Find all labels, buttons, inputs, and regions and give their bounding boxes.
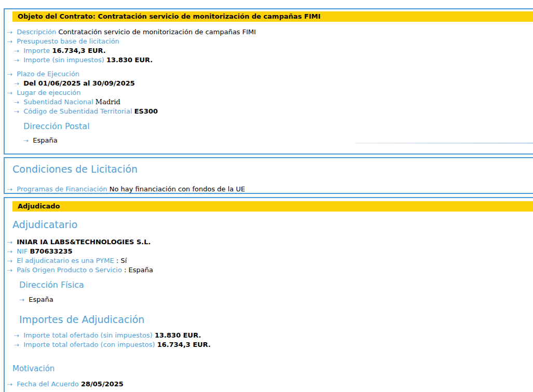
dashed-arrow-icon: ⇢ [7,381,12,388]
heading-importes-adjudicacion: Importes de Adjudicación [5,314,533,326]
field-label: Lugar de ejecución [17,89,80,96]
field-label: El adjudicatario es una PYME [17,257,114,264]
heading-direccion-postal: Dirección Postal [5,121,533,132]
field-value: ES300 [134,107,158,115]
dashed-arrow-icon: ⇢ [14,99,19,106]
dashed-arrow-icon: ⇢ [14,80,19,87]
field-direccion-pais: ⇢ España [5,295,533,304]
field-label: Importe total ofertado (con impuestos) [23,341,155,348]
dashed-arrow-icon: ⇢ [7,239,12,246]
horizontal-divider [356,143,533,144]
field-pyme: ⇢ El adjudicatario es una PYME : Sí [5,256,533,265]
field-label: Plazo de Ejecución [17,70,79,78]
field-nif: ⇢ NIF B70633235 [5,247,533,256]
heading-condiciones: Condiciones de Licitación [5,163,533,175]
dashed-arrow-icon: ⇢ [14,47,19,54]
field-label: Descripción [17,28,56,36]
field-value: 28/05/2025 [81,380,124,388]
field-label: NIF [17,247,28,255]
field-label: Subentidad Nacional [23,98,93,106]
field-value: Contratación servicio de monitorización … [58,28,256,36]
field-importe: ⇢ Importe 16.734,3 EUR. [5,46,533,55]
heading-adjudicatario: Adjudicatario [5,219,533,231]
field-value: 13.830 EUR. [155,331,201,339]
dashed-arrow-icon: ⇢ [19,296,24,303]
dashed-arrow-icon: ⇢ [7,248,12,255]
dashed-arrow-icon: ⇢ [7,71,12,78]
field-label: Código de Subentidad Territorial [23,107,132,115]
field-label: País Origen Producto o Servicio [17,266,122,274]
section-title: Objeto del Contrato: Contratación servic… [18,12,321,20]
dashed-arrow-icon: ⇢ [7,257,12,264]
section-header-bar: Adjudicado [12,201,533,212]
heading-direccion-fisica: Dirección Física [5,280,533,290]
field-value: : Sí [116,257,127,264]
field-lugar-ejecucion: ⇢ Lugar de ejecución [5,88,533,97]
section-condiciones-licitacion: Condiciones de Licitación ⇢ Programas de… [4,157,533,194]
field-value: Del 01/06/2025 al 30/09/2025 [23,79,135,87]
dashed-arrow-icon: ⇢ [14,341,19,348]
field-pais-origen: ⇢ País Origen Producto o Servicio : Espa… [5,265,533,275]
field-value: España [29,296,53,303]
field-label: Importe [23,47,50,54]
field-value: B70633235 [30,247,72,255]
section-adjudicado: Adjudicado Adjudicatario ⇢ INIAR IA LABS… [4,197,533,392]
field-fecha-acuerdo: ⇢ Fecha del Acuerdo 28/05/2025 [5,380,533,389]
field-value: España [33,136,57,144]
field-value: 16.734,3 EUR. [52,47,106,54]
dashed-arrow-icon: ⇢ [14,108,19,115]
dashed-arrow-icon: ⇢ [7,29,12,36]
dashed-arrow-icon: ⇢ [14,332,19,339]
dashed-arrow-icon: ⇢ [23,137,29,144]
field-label: Importe (sin impuestos) [23,56,104,64]
field-value: INIAR IA LABS&TECHNOLOGIES S.L. [17,238,151,246]
dashed-arrow-icon: ⇢ [14,57,19,64]
field-pais: ⇢ España [5,136,533,145]
dashed-arrow-icon: ⇢ [7,267,12,274]
dashed-arrow-icon: ⇢ [7,186,12,193]
field-value: Madrid [95,98,120,106]
field-value: 13.830 EUR. [106,56,153,64]
field-value: : España [124,266,153,274]
field-label: Programas de Financiación [17,185,107,193]
field-value: No hay financiación con fondos de la UE [110,185,245,193]
field-plazo-ejecucion: ⇢ Plazo de Ejecución [5,69,533,79]
dashed-arrow-icon: ⇢ [7,38,12,45]
field-label: Presupuesto base de licitación [17,37,119,45]
field-label: Importe total ofertado (sin impuestos) [23,331,153,339]
section-header-bar: Objeto del Contrato: Contratación servic… [12,11,533,22]
field-importe-sin-impuestos: ⇢ Importe (sin impuestos) 13.830 EUR. [5,55,533,65]
section-objeto-del-contrato: Objeto del Contrato: Contratación servic… [4,8,533,155]
section-title: Adjudicado [18,202,60,210]
field-value: 16.734,3 EUR. [157,341,211,348]
field-codigo-subentidad: ⇢ Código de Subentidad Territorial ES300 [5,107,533,116]
field-presupuesto: ⇢ Presupuesto base de licitación [5,37,533,46]
field-importe-total-sin: ⇢ Importe total ofertado (sin impuestos)… [5,331,533,340]
field-empresa: ⇢ INIAR IA LABS&TECHNOLOGIES S.L. [5,237,533,247]
field-programas-financiacion: ⇢ Programas de Financiación No hay finan… [5,185,533,194]
dashed-arrow-icon: ⇢ [7,89,12,96]
field-label: Fecha del Acuerdo [17,380,79,388]
field-subentidad-nacional: ⇢ Subentidad Nacional Madrid [5,97,533,107]
field-descripcion: ⇢ Descripción Contratación servicio de m… [5,27,533,37]
field-importe-total-con: ⇢ Importe total ofertado (con impuestos)… [5,340,533,349]
heading-motivacion: Motivación [5,364,533,374]
field-plazo-valor: ⇢ Del 01/06/2025 al 30/09/2025 [5,79,533,88]
